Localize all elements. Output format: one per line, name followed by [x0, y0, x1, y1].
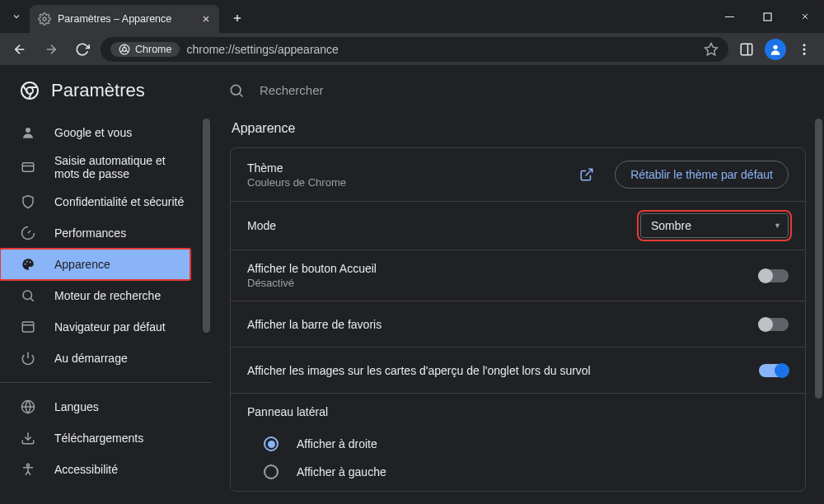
side-panel-button[interactable] [733, 36, 760, 63]
autofill-icon [20, 160, 36, 175]
gear-icon [38, 12, 51, 26]
svg-point-19 [773, 44, 777, 49]
radio-label: Afficher à gauche [297, 465, 386, 478]
close-tab-button[interactable] [201, 14, 211, 24]
mode-row: Mode Sombre ▼ [231, 202, 805, 250]
sidebar-item-downloads[interactable]: Téléchargements [0, 422, 199, 454]
new-tab-button[interactable] [226, 7, 249, 30]
sidebar-divider [0, 382, 212, 383]
chevron-down-icon: ▼ [774, 222, 781, 230]
chrome-chip: Chrome [110, 42, 180, 57]
window-controls [710, 0, 824, 33]
title-bar: Paramètres – Apparence [0, 0, 824, 33]
hover-cards-toggle[interactable] [759, 364, 789, 377]
side-panel-group: Panneau latéral Afficher à droite Affich… [231, 394, 805, 491]
radio-icon [264, 436, 279, 451]
address-bar[interactable]: Chrome chrome://settings/appearance [101, 37, 728, 62]
settings-search[interactable]: Rechercher [212, 66, 824, 114]
sidebar-item-label: Confidentialité et sécurité [54, 195, 184, 208]
sidebar-item-label: Au démarrage [54, 352, 128, 365]
settings-content: Rechercher Apparence Thème Couleurs de C… [212, 66, 824, 504]
bookmark-star-icon[interactable] [704, 42, 719, 57]
forward-button[interactable] [38, 36, 64, 63]
svg-point-21 [803, 48, 806, 50]
settings-sidebar: Paramètres Google et vous Saisie automat… [0, 66, 212, 504]
open-in-new-icon[interactable] [572, 160, 602, 189]
browser-icon [20, 320, 36, 334]
reset-theme-button[interactable]: Rétablir le thème par défaut [615, 161, 789, 189]
svg-point-22 [803, 52, 806, 54]
url-text: chrome://settings/appearance [186, 43, 338, 56]
globe-icon [20, 399, 36, 414]
search-icon [228, 82, 245, 99]
sidebar-item-label: Performances [54, 226, 126, 240]
hover-cards-row: Afficher les images sur les cartes d'ape… [231, 348, 805, 394]
speedometer-icon [20, 226, 36, 240]
bookmarks-bar-row: Afficher la barre de favoris [231, 301, 805, 348]
chrome-logo-icon [20, 81, 40, 100]
settings-header: Paramètres [0, 66, 212, 114]
home-button-sub: Désactivé [247, 277, 746, 289]
sidebar-item-default-browser[interactable]: Navigateur par défaut [0, 311, 199, 343]
shield-icon [20, 194, 36, 209]
sidebar-item-accessibility[interactable]: Accessibilité [0, 454, 199, 485]
power-icon [20, 351, 36, 366]
accessibility-icon [20, 462, 36, 477]
svg-line-14 [120, 50, 123, 52]
menu-button[interactable] [791, 36, 817, 63]
svg-point-34 [30, 261, 31, 263]
reload-button[interactable] [69, 36, 96, 63]
close-window-button[interactable] [786, 0, 824, 33]
side-panel-left-option[interactable]: Afficher à gauche [247, 458, 789, 486]
search-placeholder: Rechercher [260, 83, 324, 97]
minimize-button[interactable] [710, 0, 748, 33]
sidebar-item-on-startup[interactable]: Au démarrage [0, 343, 199, 374]
sidebar-item-label: Saisie automatique et mots de passe [54, 154, 186, 180]
svg-line-36 [30, 298, 33, 301]
svg-line-46 [586, 169, 592, 175]
svg-point-35 [23, 291, 32, 300]
download-icon [20, 431, 36, 446]
home-button-toggle[interactable] [759, 269, 789, 282]
home-button-row: Afficher le bouton Accueil Désactivé [231, 250, 805, 301]
svg-point-43 [27, 464, 30, 466]
mode-value: Sombre [651, 219, 691, 232]
mode-label: Mode [247, 219, 627, 232]
sidebar-scrollbar[interactable] [201, 117, 212, 504]
section-title: Apparence [232, 121, 806, 136]
svg-rect-6 [764, 13, 771, 21]
sidebar-item-appearance[interactable]: Apparence [0, 249, 190, 280]
side-panel-right-option[interactable]: Afficher à droite [247, 430, 789, 458]
svg-point-28 [26, 128, 30, 133]
sidebar-item-search-engine[interactable]: Moteur de recherche [0, 280, 199, 311]
content-scrollbar[interactable] [813, 117, 824, 504]
bookmarks-bar-toggle[interactable] [759, 318, 789, 331]
sidebar-item-label: Navigateur par défaut [54, 320, 166, 334]
sidebar-item-languages[interactable]: Langues [0, 391, 199, 422]
mode-dropdown[interactable]: Sombre ▼ [640, 213, 789, 238]
svg-marker-16 [705, 43, 718, 54]
tabs-dropdown-button[interactable] [7, 7, 26, 26]
sidebar-item-google-and-you[interactable]: Google et vous [0, 117, 199, 148]
browser-tab[interactable]: Paramètres – Apparence [30, 5, 219, 33]
sidebar-item-label: Téléchargements [54, 432, 143, 445]
sidebar-item-label: Accessibilité [54, 463, 118, 476]
profile-avatar[interactable] [765, 39, 786, 60]
svg-point-44 [231, 85, 241, 95]
sidebar-item-performance[interactable]: Performances [0, 217, 199, 249]
back-button[interactable] [7, 36, 33, 63]
svg-line-45 [240, 93, 243, 96]
radio-icon [264, 464, 279, 479]
radio-label: Afficher à droite [297, 437, 377, 450]
svg-rect-17 [741, 44, 752, 55]
palette-icon [20, 257, 36, 272]
svg-rect-29 [22, 163, 34, 172]
home-button-label: Afficher le bouton Accueil [247, 262, 746, 275]
theme-label: Thème [247, 161, 559, 175]
sidebar-item-privacy-security[interactable]: Confidentialité et sécurité [0, 186, 199, 217]
browser-toolbar: Chrome chrome://settings/appearance [0, 33, 824, 66]
sidebar-item-autofill[interactable]: Saisie automatique et mots de passe [0, 148, 199, 186]
maximize-button[interactable] [748, 0, 786, 33]
sidebar-item-label: Moteur de recherche [54, 289, 161, 302]
hover-cards-label: Afficher les images sur les cartes d'ape… [247, 364, 746, 377]
